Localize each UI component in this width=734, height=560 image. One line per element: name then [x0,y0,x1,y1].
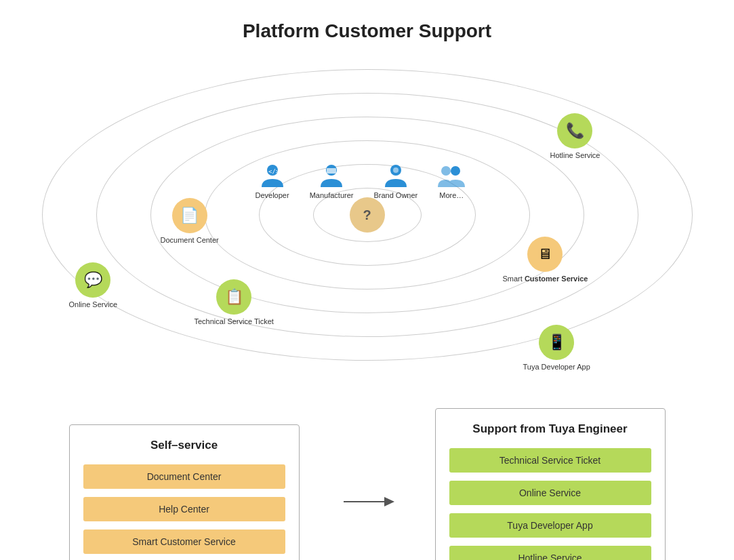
hotline-diagram-label: Hotline Service [550,151,600,159]
developer-icon-item[interactable]: </> Developer [256,164,289,199]
svg-point-7 [451,166,460,176]
self-service-box: Self–service Document Center Help Center… [69,424,300,560]
document-center-diagram-label: Document Center [161,236,219,244]
bottom-section: Self–service Document Center Help Center… [0,395,734,560]
more-svg-icon [438,164,465,188]
page-title: Platform Customer Support [0,0,734,49]
technical-service-diagram[interactable]: 📋 Technical Service Ticket [195,279,274,325]
smart-customer-service-button[interactable]: Smart Customer Service [83,529,285,554]
manufacturer-label: Manufacturer [310,191,354,199]
online-service-diagram-label: Online Service [69,300,118,308]
more-label: More… [439,191,464,199]
svg-point-6 [441,166,451,176]
support-service-title: Support from Tuya Engineer [449,422,651,436]
self-service-title: Self–service [83,439,285,452]
hotline-circle: 📞 [557,113,592,148]
tuya-developer-app-diagram[interactable]: 📱 Tuya Developer App [523,325,590,371]
tuya-app-circle: 📱 [539,325,574,360]
center-question: ? [350,197,385,233]
support-service-box: Support from Tuya Engineer Technical Ser… [435,408,666,560]
svg-text:</>: </> [268,168,280,175]
hotline-service-button[interactable]: Hotline Service [449,546,651,560]
brand-owner-svg-icon [385,164,407,188]
tuya-developer-app-button[interactable]: Tuya Developer App [449,513,651,538]
developer-svg-icon: </> [262,164,283,188]
svg-marker-9 [384,497,394,506]
manufacturer-icon-item[interactable]: Manufacturer [310,164,354,199]
online-service-diagram[interactable]: 💬 Online Service [69,262,118,308]
smart-customer-diagram[interactable]: 🖥 Smart Customer Service [503,237,588,283]
brand-owner-icon-item[interactable]: Brand Owner [373,164,417,199]
online-service-circle: 💬 [75,262,110,298]
ellipse-container: ? </> Developer Manufacturer [42,69,693,361]
svg-point-5 [393,167,399,173]
developer-label: Developer [256,191,289,199]
hotline-service-diagram[interactable]: 📞 Hotline Service [550,113,600,159]
user-icons-row: </> Developer Manufacturer Brand Owne [256,164,466,199]
diagram-section: ? </> Developer Manufacturer [0,49,734,388]
manufacturer-svg-icon [321,164,342,188]
help-center-button[interactable]: Help Center [83,497,285,521]
svg-rect-3 [327,168,336,174]
smart-customer-diagram-label: Smart Customer Service [503,275,588,283]
arrow-container [340,492,394,512]
tuya-app-diagram-label: Tuya Developer App [523,363,590,371]
document-center-button[interactable]: Document Center [83,464,285,489]
technical-service-ticket-button[interactable]: Technical Service Ticket [449,448,651,473]
more-icon-item[interactable]: More… [438,164,465,199]
document-center-circle: 📄 [172,198,207,233]
brand-owner-label: Brand Owner [373,191,417,199]
technical-service-circle: 📋 [216,279,251,315]
online-service-button[interactable]: Online Service [449,481,651,505]
arrow-svg [340,492,394,512]
smart-customer-circle: 🖥 [527,237,563,272]
document-center-diagram[interactable]: 📄 Document Center [161,198,219,244]
technical-service-diagram-label: Technical Service Ticket [195,317,274,325]
